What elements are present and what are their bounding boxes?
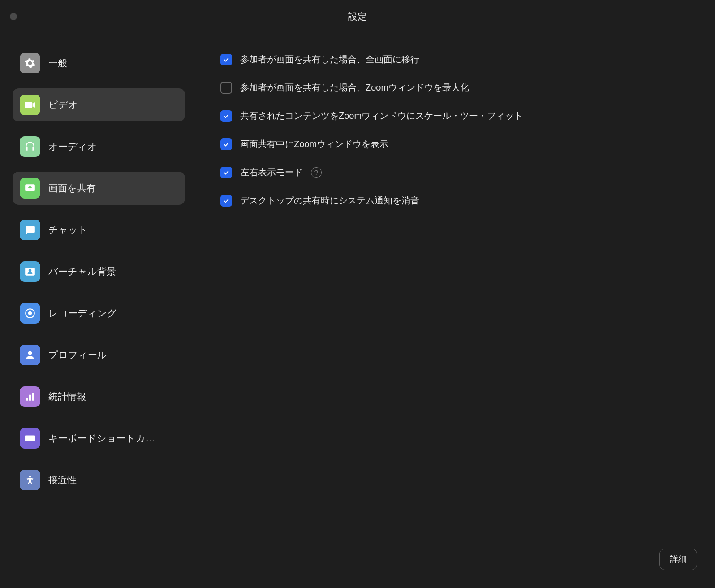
- bar-chart-icon: [20, 386, 40, 407]
- checkbox-fullscreen-on-share[interactable]: [220, 54, 232, 65]
- sidebar-item-share-screen[interactable]: 画面を共有: [13, 172, 185, 205]
- sidebar-item-keyboard-shortcuts[interactable]: キーボードショートカ…: [13, 422, 185, 455]
- checkbox-side-by-side-mode[interactable]: [220, 167, 232, 178]
- sidebar-item-label: 画面を共有: [48, 182, 96, 195]
- sidebar-item-label: キーボードショートカ…: [48, 432, 155, 445]
- virtual-background-icon: [20, 261, 40, 282]
- option-label: 画面共有中にZoomウィンドウを表示: [240, 138, 388, 150]
- sidebar-item-label: オーディオ: [48, 140, 97, 153]
- record-icon: [20, 303, 40, 324]
- svg-point-2: [29, 476, 31, 477]
- sidebar-item-label: チャット: [48, 224, 88, 236]
- headphones-icon: [20, 136, 40, 157]
- sidebar-item-label: 接近性: [48, 474, 77, 486]
- advanced-button[interactable]: 詳細: [659, 549, 697, 570]
- sidebar-item-label: プロフィール: [48, 349, 107, 361]
- sidebar-item-audio[interactable]: オーディオ: [13, 130, 185, 163]
- sidebar-item-accessibility[interactable]: 接近性: [13, 463, 185, 497]
- sidebar-item-video[interactable]: ビデオ: [13, 88, 185, 121]
- option-label: デスクトップの共有時にシステム通知を消音: [240, 195, 419, 207]
- sidebar-item-chat[interactable]: チャット: [13, 213, 185, 246]
- keyboard-icon: [20, 428, 40, 449]
- main-panel: 参加者が画面を共有した場合、全画面に移行 参加者が画面を共有した場合、Zoomウ…: [198, 33, 715, 588]
- option-label: 参加者が画面を共有した場合、Zoomウィンドウを最大化: [240, 82, 469, 94]
- close-window-button[interactable]: [10, 13, 17, 20]
- window-controls: [0, 13, 17, 20]
- accessibility-icon: [20, 470, 40, 490]
- checkbox-scale-to-fit[interactable]: [220, 110, 232, 122]
- content-area: 一般 ビデオ オーディオ 画面を共有: [0, 33, 715, 588]
- help-icon[interactable]: ?: [311, 167, 322, 178]
- sidebar: 一般 ビデオ オーディオ 画面を共有: [0, 33, 198, 588]
- share-screen-icon: [20, 178, 40, 199]
- option-row: デスクトップの共有時にシステム通知を消音: [220, 195, 693, 207]
- checkbox-show-zoom-window[interactable]: [220, 138, 232, 150]
- option-row: 画面共有中にZoomウィンドウを表示: [220, 138, 693, 150]
- sidebar-item-label: 統計情報: [48, 390, 86, 403]
- sidebar-item-recording[interactable]: レコーディング: [13, 297, 185, 330]
- option-row: 参加者が画面を共有した場合、全画面に移行: [220, 53, 693, 65]
- sidebar-item-label: レコーディング: [48, 307, 117, 320]
- sidebar-item-virtual-background[interactable]: バーチャル背景: [13, 255, 185, 288]
- svg-point-1: [28, 311, 32, 316]
- sidebar-item-statistics[interactable]: 統計情報: [13, 380, 185, 413]
- option-row: 参加者が画面を共有した場合、Zoomウィンドウを最大化: [220, 82, 693, 94]
- sidebar-item-label: ビデオ: [48, 99, 78, 111]
- sidebar-item-label: バーチャル背景: [48, 265, 116, 278]
- titlebar: 設定: [0, 0, 715, 33]
- checkbox-maximize-on-share[interactable]: [220, 82, 232, 94]
- checkbox-silence-notifications[interactable]: [220, 195, 232, 207]
- sidebar-item-label: 一般: [48, 57, 67, 69]
- option-label: 共有されたコンテンツをZoomウィンドウにスケール・ツー・フィット: [240, 110, 523, 122]
- chat-icon: [20, 220, 40, 240]
- window-title: 設定: [0, 10, 715, 23]
- option-label: 左右表示モード: [240, 166, 303, 178]
- option-label: 参加者が画面を共有した場合、全画面に移行: [240, 53, 419, 65]
- gear-icon: [20, 53, 40, 74]
- option-row: 左右表示モード ?: [220, 166, 693, 178]
- video-icon: [20, 95, 40, 115]
- option-row: 共有されたコンテンツをZoomウィンドウにスケール・ツー・フィット: [220, 110, 693, 122]
- person-icon: [20, 345, 40, 365]
- sidebar-item-profile[interactable]: プロフィール: [13, 338, 185, 372]
- settings-window: 設定 一般 ビデオ オーディオ: [0, 0, 715, 588]
- sidebar-item-general[interactable]: 一般: [13, 47, 185, 80]
